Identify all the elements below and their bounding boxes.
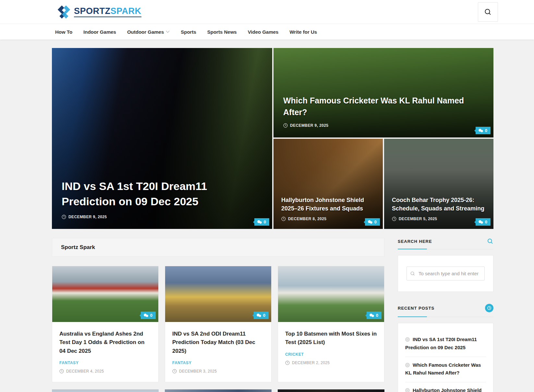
post-category[interactable]: FANTASY bbox=[59, 361, 79, 365]
comments-badge[interactable]: 0 bbox=[367, 312, 382, 319]
search-widget-header: SEARCH HERE bbox=[398, 238, 493, 249]
nav-item-video-games[interactable]: Video Games bbox=[248, 29, 279, 35]
logo-text-primary: SPORTZ bbox=[74, 6, 111, 16]
featured-article-secondary[interactable]: Which Famous Cricketer Was KL Rahul Name… bbox=[273, 48, 493, 137]
featured-article-tertiary-1[interactable]: Hallyburton Johnstone Shield 2025–26 Fix… bbox=[273, 139, 383, 229]
comments-count: 0 bbox=[150, 313, 152, 318]
sidebar: SEARCH HERE RECENT POSTS bbox=[398, 238, 493, 392]
comments-badge[interactable]: 0 bbox=[254, 312, 269, 319]
post-title[interactable]: Top 10 Batsmen with Most Sixes in Test (… bbox=[285, 330, 377, 347]
search-widget-title: SEARCH HERE bbox=[398, 239, 432, 244]
page: SPORTZSPARK How To Indoor Games Outdoor … bbox=[0, 0, 534, 392]
post-image: 0 bbox=[52, 266, 158, 322]
clock-icon bbox=[172, 369, 177, 374]
clock-icon bbox=[392, 217, 396, 221]
site-logo[interactable]: SPORTZSPARK bbox=[52, 5, 141, 19]
featured-article-main[interactable]: IND vs SA 1st T20I Dream11 Prediction on… bbox=[52, 48, 272, 229]
clock-icon bbox=[487, 306, 492, 310]
recent-posts-title: RECENT POSTS bbox=[398, 306, 434, 311]
chevron-down-icon bbox=[166, 30, 170, 33]
comments-badge[interactable]: 0 bbox=[365, 218, 380, 226]
featured-right-column: Which Famous Cricketer Was KL Rahul Name… bbox=[273, 48, 493, 229]
clock-icon bbox=[59, 369, 64, 374]
nav-item-outdoor-games[interactable]: Outdoor Games bbox=[127, 29, 170, 35]
article-date: DECEMBER 5, 2025 bbox=[399, 217, 437, 221]
post-title[interactable]: IND vs SA 2nd ODI Dream11 Prediction Tod… bbox=[172, 330, 264, 355]
article-date: DECEMBER 9, 2025 bbox=[68, 215, 107, 219]
article-title[interactable]: Which Famous Cricketer Was KL Rahul Name… bbox=[283, 95, 482, 118]
clock-icon bbox=[62, 215, 66, 219]
nav-item-write-for-us[interactable]: Write for Us bbox=[289, 29, 317, 35]
nav-item-label: Outdoor Games bbox=[127, 29, 164, 35]
site-header: SPORTZSPARK bbox=[0, 0, 534, 24]
comments-badge[interactable]: 0 bbox=[141, 312, 156, 319]
article-title[interactable]: IND vs SA 1st T20I Dream11 Prediction on… bbox=[62, 179, 261, 209]
posts-column: Sportz Spark 0 bbox=[52, 238, 384, 392]
comments-icon bbox=[478, 220, 483, 224]
post-body: IND vs SA 2nd ODI Dream11 Prediction Tod… bbox=[165, 322, 271, 382]
recent-post-title: Hallyburton Johnstone Shield 2025–26 Fix… bbox=[405, 387, 482, 392]
article-image[interactable] bbox=[52, 389, 159, 392]
clock-icon bbox=[281, 217, 286, 221]
post-date: DECEMBER 4, 2025 bbox=[66, 369, 104, 374]
featured-section: IND vs SA 1st T20I Dream11 Prediction on… bbox=[52, 48, 493, 229]
nav-item-how-to[interactable]: How To bbox=[55, 29, 72, 35]
post-meta: DECEMBER 3, 2025 bbox=[172, 369, 264, 374]
search-widget bbox=[398, 255, 493, 292]
recent-post-link-3[interactable]: Hallyburton Johnstone Shield 2025–26 Fix… bbox=[405, 382, 486, 392]
nav-item-indoor-games[interactable]: Indoor Games bbox=[83, 29, 116, 35]
comments-count: 0 bbox=[376, 313, 378, 318]
comments-icon bbox=[368, 220, 373, 224]
article-meta: DECEMBER 9, 2025 bbox=[283, 123, 482, 128]
post-card-2[interactable]: 0 IND vs SA 2nd ODI Dream11 Prediction T… bbox=[165, 266, 272, 382]
article-date: DECEMBER 9, 2025 bbox=[290, 123, 328, 128]
comments-count: 0 bbox=[485, 128, 487, 133]
sidebar-search-input[interactable] bbox=[407, 267, 485, 280]
recent-posts-widget: IND vs SA 1st T20I Dream11 Prediction on… bbox=[398, 323, 493, 392]
recent-post-link-2[interactable]: Which Famous Cricketer Was KL Rahul Name… bbox=[405, 357, 486, 383]
post-card-1[interactable]: 0 Australia vs England Ashes 2nd Test Da… bbox=[52, 266, 159, 382]
search-icon bbox=[410, 271, 415, 276]
article-title[interactable]: Cooch Behar Trophy 2025-26: Schedule, Sq… bbox=[392, 196, 486, 213]
recent-post-title: Which Famous Cricketer Was KL Rahul Name… bbox=[405, 362, 481, 376]
post-meta: DECEMBER 2, 2025 bbox=[285, 361, 377, 365]
article-content: IND vs SA 1st T20I Dream11 Prediction on… bbox=[52, 179, 272, 229]
clock-icon bbox=[405, 388, 410, 392]
section-title: Sportz Spark bbox=[61, 244, 95, 251]
post-cards-row-partial bbox=[52, 389, 384, 392]
post-card-3[interactable]: 0 Top 10 Batsmen with Most Sixes in Test… bbox=[278, 266, 384, 382]
content-row: Sportz Spark 0 bbox=[52, 238, 493, 392]
comments-badge[interactable]: 0 bbox=[254, 218, 269, 226]
article-image[interactable] bbox=[278, 389, 384, 392]
post-category[interactable]: FANTASY bbox=[172, 361, 191, 365]
logo-text-secondary: SPARK bbox=[111, 6, 141, 16]
featured-article-tertiary-2[interactable]: Cooch Behar Trophy 2025-26: Schedule, Sq… bbox=[384, 139, 493, 229]
search-input-wrap bbox=[407, 267, 485, 280]
nav-item-sports[interactable]: Sports bbox=[181, 29, 196, 35]
search-icon[interactable] bbox=[487, 238, 493, 244]
header-search-button[interactable] bbox=[478, 2, 498, 22]
main-content: IND vs SA 1st T20I Dream11 Prediction on… bbox=[0, 48, 534, 392]
comments-icon bbox=[143, 313, 149, 317]
clock-icon bbox=[283, 123, 288, 128]
recent-post-link-1[interactable]: IND vs SA 1st T20I Dream11 Prediction on… bbox=[405, 333, 486, 357]
section-header: Sportz Spark bbox=[52, 238, 384, 257]
comments-badge[interactable]: 0 bbox=[476, 218, 491, 226]
logo-icon bbox=[57, 5, 71, 19]
post-title[interactable]: Australia vs England Ashes 2nd Test Day … bbox=[59, 330, 151, 355]
post-cards-row: 0 Australia vs England Ashes 2nd Test Da… bbox=[52, 266, 384, 382]
post-category[interactable]: CRICKET bbox=[285, 352, 304, 357]
comments-icon bbox=[256, 313, 261, 317]
post-image: 0 bbox=[278, 266, 384, 322]
clock-icon bbox=[405, 337, 410, 342]
article-image[interactable] bbox=[165, 389, 272, 392]
clock-icon bbox=[405, 363, 410, 367]
recent-posts-header: RECENT POSTS bbox=[398, 304, 493, 317]
post-date: DECEMBER 3, 2025 bbox=[179, 369, 217, 374]
comments-icon bbox=[257, 220, 262, 224]
comments-badge[interactable]: 0 bbox=[476, 127, 491, 134]
clock-icon bbox=[285, 361, 290, 365]
post-meta: DECEMBER 4, 2025 bbox=[59, 369, 151, 374]
nav-item-sports-news[interactable]: Sports News bbox=[207, 29, 237, 35]
article-title[interactable]: Hallyburton Johnstone Shield 2025–26 Fix… bbox=[281, 196, 376, 213]
